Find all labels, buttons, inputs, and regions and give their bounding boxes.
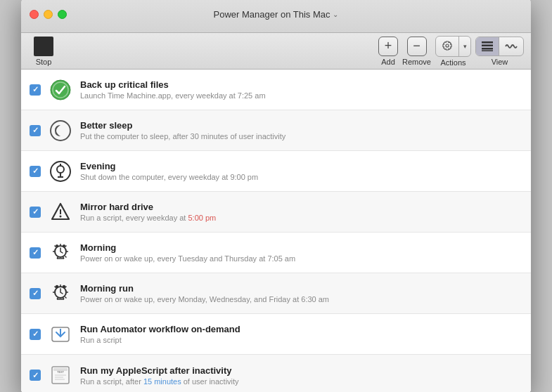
window-title-text: Power Manager on This Mac [214,9,330,20]
add-label: Add [381,58,395,66]
item-icon-8: TEXT [48,362,73,388]
svg-point-7 [51,121,70,141]
gear-icon [442,41,453,52]
item-title-5: Morning [80,242,522,253]
view-toggle-group [475,37,524,56]
item-title-6: Morning run [80,283,522,294]
svg-point-37 [63,285,65,287]
actions-label: Actions [440,58,466,67]
item-subtitle-8: Run a script, after 15 minutes of user i… [80,377,522,386]
svg-line-30 [65,296,67,298]
svg-rect-2 [482,44,493,46]
item-checkbox-4[interactable] [30,207,41,218]
titlebar: Power Manager on This Mac ⌄ [21,0,531,33]
item-title-4: Mirror hard drive [80,202,522,212]
item-text-8: Run my AppleScript after inactivity Run … [80,365,522,386]
list-item: Evening Shut down the computer, every we… [21,151,531,192]
svg-rect-1 [482,41,493,44]
svg-rect-3 [482,48,493,50]
item-subtitle-2: Put the computer to sleep, after 30 minu… [80,132,522,141]
item-subtitle-6: Power on or wake up, every Monday, Wedne… [80,295,522,303]
item-icon-5 [48,240,73,266]
svg-point-13 [60,215,62,217]
item-title-7: Run Automator workflow on-demand [80,324,522,334]
wave-view-icon [505,41,518,51]
view-wave-button[interactable] [499,37,523,55]
svg-rect-4 [482,50,493,51]
svg-line-18 [65,256,67,257]
item-title-3: Evening [80,161,522,171]
svg-point-24 [56,244,58,247]
add-section: + Add [378,37,398,66]
item-icon-4 [48,200,73,225]
item-icon-2 [48,118,73,143]
item-icon-1 [48,77,73,103]
svg-point-36 [56,285,58,287]
item-checkbox-1[interactable] [30,84,41,96]
list-item: Back up critical files Launch Time Machi… [21,70,531,110]
svg-point-5 [51,80,70,100]
remove-section: − Remove [402,37,431,66]
svg-point-25 [63,244,65,247]
list-item: Better sleep Put the computer to sleep, … [21,110,531,151]
actions-dropdown-button[interactable]: ▾ [459,37,470,56]
item-text-6: Morning run Power on or wake up, every M… [80,283,522,303]
actions-main-button[interactable] [436,37,459,56]
item-subtitle-1: Launch Time Machine.app, every weekday a… [80,91,522,100]
actions-section: ▾ Actions [435,36,471,67]
toolbar: Stop + Add − Remove ▾ Action [21,33,531,70]
list-item: Run Automator workflow on-demand Run a s… [21,314,531,355]
item-checkbox-8[interactable] [30,370,41,381]
main-window: Power Manager on This Mac ⌄ Stop + Add −… [21,0,531,392]
item-icon-3 [48,159,73,184]
item-subtitle-7: Run a script [80,336,522,344]
traffic-lights [30,10,67,19]
item-text-3: Evening Shut down the computer, every we… [80,161,522,181]
minimize-button[interactable] [44,10,53,19]
view-section: View [475,37,524,66]
item-checkbox-2[interactable] [30,125,41,136]
item-checkbox-3[interactable] [30,166,41,177]
add-button[interactable]: + [378,37,398,56]
list-view-icon [482,41,493,51]
item-title-8: Run my AppleScript after inactivity [80,365,522,376]
item-subtitle-4: Run a script, every weekday at 5:00 pm [80,214,522,222]
remove-label: Remove [402,58,431,66]
svg-point-9 [57,166,64,173]
item-title-1: Back up critical files [80,79,522,90]
maximize-button[interactable] [58,10,67,19]
item-title-2: Better sleep [80,120,522,131]
stop-button[interactable]: Stop [28,34,59,69]
item-text-4: Mirror hard drive Run a script, every we… [80,202,522,222]
stop-label: Stop [36,58,52,66]
list-item: Morning run Power on or wake up, every M… [21,273,531,314]
view-list-button[interactable] [476,37,499,55]
close-button[interactable] [30,10,39,19]
view-label: View [492,58,508,66]
item-checkbox-7[interactable] [30,329,41,340]
actions-button-group: ▾ [435,36,471,57]
svg-text:TEXT: TEXT [57,370,64,374]
item-icon-7 [48,322,73,347]
item-icon-6 [48,281,73,306]
stop-icon [34,37,53,56]
remove-button[interactable]: − [407,37,427,56]
title-chevron-icon: ⌄ [333,11,338,18]
item-text-1: Back up critical files Launch Time Machi… [80,79,522,100]
item-text-5: Morning Power on or wake up, every Tuesd… [80,242,522,263]
svg-point-0 [446,44,449,47]
item-subtitle-3: Shut down the computer, every weekday at… [80,173,522,181]
item-checkbox-6[interactable] [30,288,41,299]
item-text-7: Run Automator workflow on-demand Run a s… [80,324,522,344]
item-checkbox-5[interactable] [30,247,41,259]
list-item: Morning Power on or wake up, every Tuesd… [21,233,531,273]
items-list: Back up critical files Launch Time Machi… [21,70,531,392]
list-item: TEXT Run my AppleScript after inactivity… [21,355,531,392]
window-title: Power Manager on This Mac ⌄ [214,9,339,20]
item-subtitle-5: Power on or wake up, every Tuesday and T… [80,254,522,263]
item-text-2: Better sleep Put the computer to sleep, … [80,120,522,141]
list-item: Mirror hard drive Run a script, every we… [21,192,531,233]
